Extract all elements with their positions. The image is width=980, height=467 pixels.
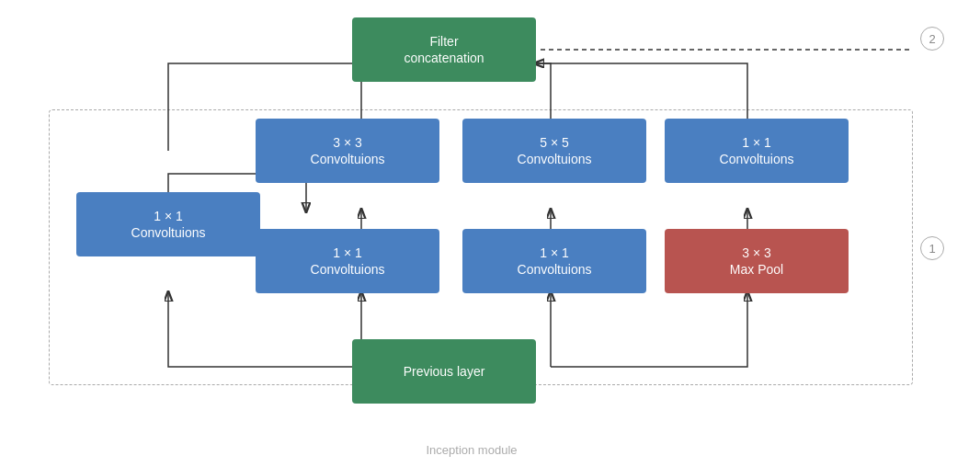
- diagram-container: 1 2: [21, 8, 959, 459]
- circle-label-2: 2: [920, 27, 944, 51]
- node-maxpool: 3 × 3 Max Pool: [665, 229, 849, 293]
- node-conv1x1-top-right: 1 × 1 Convoltuions: [665, 119, 849, 183]
- diagram-caption: Inception module: [343, 443, 600, 457]
- node-filter-concat: Filter concatenation: [352, 17, 536, 82]
- node-conv1x1-left: 1 × 1 Convoltuions: [76, 192, 260, 256]
- node-prev-layer: Previous layer: [352, 339, 536, 404]
- node-conv1x1-mid-left: 1 × 1 Convoltuions: [256, 229, 439, 293]
- node-conv5x5-top: 5 × 5 Convoltuions: [462, 119, 646, 183]
- node-conv3x3-top: 3 × 3 Convoltuions: [256, 119, 439, 183]
- circle-label-1: 1: [920, 236, 944, 260]
- node-conv1x1-mid-right: 1 × 1 Convoltuions: [462, 229, 646, 293]
